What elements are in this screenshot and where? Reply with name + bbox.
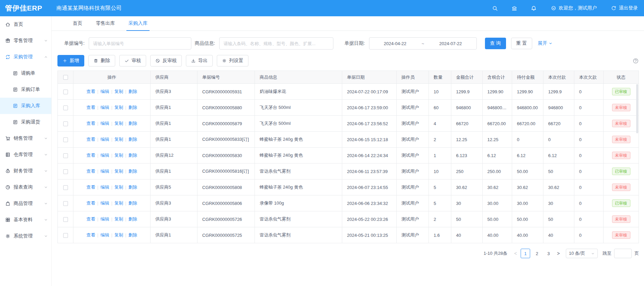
bell-icon[interactable] bbox=[531, 5, 537, 11]
unaudit-button[interactable]: 反审核 bbox=[150, 55, 182, 66]
cell-order_no: CGRK00000005808 bbox=[197, 179, 255, 195]
help-icon[interactable] bbox=[632, 58, 639, 64]
user-menu[interactable]: 欢迎您，测试用户 bbox=[551, 5, 597, 11]
delete-button[interactable]: 删除 bbox=[88, 55, 115, 66]
row-action-edit[interactable]: 编辑 bbox=[100, 201, 109, 206]
row-checkbox[interactable] bbox=[63, 201, 68, 206]
row-action-view[interactable]: 查看 bbox=[86, 232, 95, 237]
sidebar-item-finance[interactable]: 财务管理 bbox=[0, 163, 51, 179]
row-checkbox[interactable] bbox=[63, 137, 68, 142]
row-checkbox[interactable] bbox=[63, 233, 68, 238]
row-action-view[interactable]: 查看 bbox=[86, 89, 95, 94]
row-action-copy[interactable]: 复制 bbox=[115, 137, 123, 142]
row-action-edit[interactable]: 编辑 bbox=[100, 105, 109, 110]
row-action-copy[interactable]: 复制 bbox=[115, 232, 123, 237]
row-action-edit[interactable]: 编辑 bbox=[100, 89, 109, 94]
row-action-copy[interactable]: 复制 bbox=[115, 121, 123, 126]
add-button[interactable]: 新增 bbox=[57, 55, 84, 66]
sidebar-item-purchase-request[interactable]: 请购单 bbox=[0, 65, 51, 81]
sidebar-item-home[interactable]: 首页 bbox=[0, 16, 51, 33]
row-checkbox[interactable] bbox=[63, 153, 68, 158]
table-scrollbar[interactable] bbox=[636, 84, 638, 133]
columns-button[interactable]: 列设置 bbox=[217, 55, 248, 66]
row-action-delete[interactable]: 删除 bbox=[128, 137, 137, 142]
next-page-button[interactable]: > bbox=[554, 249, 562, 258]
sidebar-item-purchase-return[interactable]: 采购退货 bbox=[0, 114, 51, 130]
row-action-edit[interactable]: 编辑 bbox=[100, 216, 109, 222]
row-checkbox[interactable] bbox=[63, 217, 68, 222]
row-action-copy[interactable]: 复制 bbox=[115, 89, 123, 94]
row-action-copy[interactable]: 复制 bbox=[115, 185, 123, 190]
tab-home[interactable]: 首页 bbox=[66, 16, 89, 31]
order-no-input[interactable] bbox=[89, 37, 191, 50]
row-action-view[interactable]: 查看 bbox=[86, 201, 95, 206]
jump-page-input[interactable] bbox=[614, 249, 632, 258]
date-range-picker[interactable]: 2024-04-22 ~ 2024-07-22 bbox=[369, 37, 477, 50]
row-action-delete[interactable]: 删除 bbox=[128, 201, 137, 206]
row-action-delete[interactable]: 删除 bbox=[128, 153, 137, 158]
row-checkbox[interactable] bbox=[63, 90, 68, 94]
row-action-view[interactable]: 查看 bbox=[86, 185, 95, 190]
prev-page-button[interactable]: < bbox=[511, 249, 520, 258]
export-button[interactable]: 导出 bbox=[186, 55, 213, 66]
row-action-edit[interactable]: 编辑 bbox=[100, 185, 109, 190]
page-button-3[interactable]: 3 bbox=[544, 249, 553, 258]
sidebar-item-sales[interactable]: 销售管理 bbox=[0, 130, 51, 147]
row-action-view[interactable]: 查看 bbox=[86, 121, 95, 126]
row-action-edit[interactable]: 编辑 bbox=[100, 137, 109, 142]
page-button-1[interactable]: 1 bbox=[521, 249, 530, 258]
row-action-edit[interactable]: 编辑 bbox=[100, 153, 109, 158]
sidebar-item-report[interactable]: 报表查询 bbox=[0, 179, 51, 195]
row-action-edit[interactable]: 编辑 bbox=[100, 121, 109, 126]
page-size-select[interactable]: 10 条/页 bbox=[566, 249, 598, 258]
row-action-delete[interactable]: 删除 bbox=[128, 232, 137, 237]
expand-link[interactable]: 展开 bbox=[538, 40, 553, 46]
select-all-checkbox[interactable] bbox=[63, 75, 68, 80]
row-action-delete[interactable]: 删除 bbox=[128, 216, 137, 222]
tab-purchase-inbound[interactable]: 采购入库 bbox=[122, 16, 154, 31]
row-action-view[interactable]: 查看 bbox=[86, 216, 95, 222]
tab-label: 零售出库 bbox=[96, 20, 115, 26]
query-button[interactable]: 查 询 bbox=[485, 38, 506, 49]
row-action-view[interactable]: 查看 bbox=[86, 153, 95, 158]
date-from[interactable]: 2024-04-22 bbox=[369, 41, 421, 46]
audit-button[interactable]: 审核 bbox=[119, 55, 146, 66]
row-action-edit[interactable]: 编辑 bbox=[100, 232, 109, 237]
row-action-edit[interactable]: 编辑 bbox=[100, 169, 109, 174]
row-action-view[interactable]: 查看 bbox=[86, 169, 95, 174]
row-action-view[interactable]: 查看 bbox=[86, 137, 95, 142]
sidebar-item-retail[interactable]: 零售管理 bbox=[0, 33, 51, 49]
tab-retail-outbound[interactable]: 零售出库 bbox=[89, 16, 122, 31]
row-checkbox[interactable] bbox=[63, 106, 68, 110]
row-action-copy[interactable]: 复制 bbox=[115, 201, 123, 206]
row-checkbox[interactable] bbox=[63, 169, 68, 174]
cell-amount: 250 bbox=[451, 164, 483, 179]
bank-icon[interactable] bbox=[511, 5, 517, 11]
date-to[interactable]: 2024-07-22 bbox=[425, 41, 476, 46]
row-action-delete[interactable]: 删除 bbox=[128, 169, 137, 174]
sidebar-item-purchase[interactable]: 采购管理 bbox=[0, 49, 51, 65]
row-action-delete[interactable]: 删除 bbox=[128, 105, 137, 110]
sidebar-item-purchase-order[interactable]: 采购订单 bbox=[0, 81, 51, 98]
row-action-copy[interactable]: 复制 bbox=[115, 105, 123, 110]
row-action-copy[interactable]: 复制 bbox=[115, 153, 123, 158]
sidebar-item-purchase-inbound[interactable]: 采购入库 bbox=[0, 98, 51, 114]
logout-button[interactable]: 退出登录 bbox=[611, 5, 638, 11]
sidebar-item-label: 报表查询 bbox=[14, 184, 33, 190]
row-action-delete[interactable]: 删除 bbox=[128, 185, 137, 190]
sidebar-item-product[interactable]: 商品管理 bbox=[0, 195, 51, 212]
row-action-copy[interactable]: 复制 bbox=[115, 169, 123, 174]
page-button-2[interactable]: 2 bbox=[532, 249, 542, 258]
sidebar-item-warehouse[interactable]: 仓库管理 bbox=[0, 147, 51, 163]
search-icon[interactable] bbox=[492, 5, 498, 11]
row-checkbox[interactable] bbox=[63, 121, 68, 126]
row-action-view[interactable]: 查看 bbox=[86, 105, 95, 110]
row-action-copy[interactable]: 复制 bbox=[115, 216, 123, 222]
product-info-input[interactable] bbox=[219, 37, 333, 50]
sidebar-item-system[interactable]: 系统管理 bbox=[0, 228, 51, 244]
sidebar-item-basic[interactable]: 基本资料 bbox=[0, 212, 51, 228]
row-action-delete[interactable]: 删除 bbox=[128, 89, 137, 94]
reset-button[interactable]: 重 置 bbox=[511, 38, 532, 49]
row-action-delete[interactable]: 删除 bbox=[128, 121, 137, 126]
row-checkbox[interactable] bbox=[63, 185, 68, 190]
